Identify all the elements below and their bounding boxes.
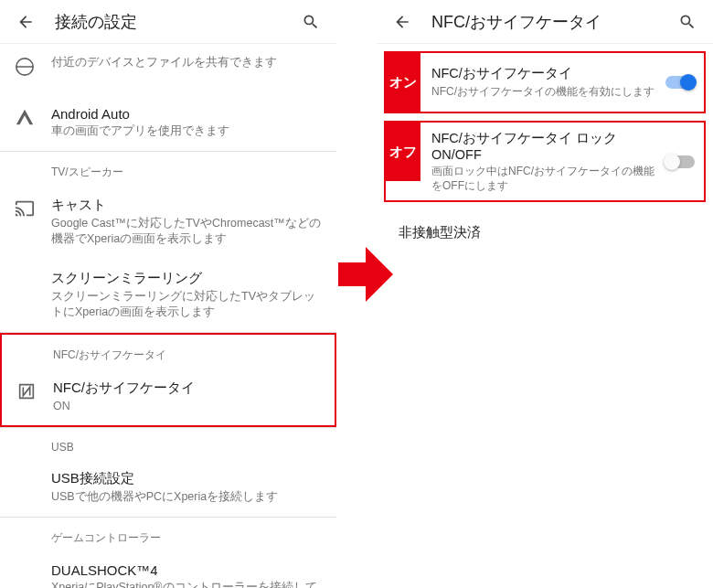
header: 接続の設定 <box>0 0 336 44</box>
search-icon[interactable] <box>293 4 329 40</box>
back-icon[interactable] <box>7 4 44 40</box>
nearby-icon <box>15 55 51 77</box>
nfc-enable-subtitle: NFC/おサイフケータイの機能を有効にします <box>431 84 656 99</box>
nfc-item[interactable]: NFC/おサイフケータイ ON <box>2 369 335 426</box>
android-auto-icon <box>15 106 51 128</box>
nfc-settings-screen: NFC/おサイフケータイ オン NFC/おサイフケータイ NFC/おサイフケータ… <box>377 0 713 588</box>
page-title: 接続の設定 <box>44 11 293 33</box>
nfc-enable-switch[interactable] <box>664 73 697 91</box>
cast-item[interactable]: キャスト Google Cast™に対応したTVやChromecast™などの機… <box>0 186 336 259</box>
android-auto-item[interactable]: Android Auto 車の画面でアプリを使用できます <box>0 95 336 151</box>
dualshock-subtitle: XperiaにPlayStation®のコントローラーを接続して操作します <box>51 580 322 589</box>
nfc-lock-title: NFC/おサイフケータイ ロック ON/OFF <box>431 130 656 162</box>
section-nfc: NFC/おサイフケータイ <box>2 335 335 369</box>
cast-icon <box>15 197 51 219</box>
usb-item[interactable]: USB接続設定 USBで他の機器やPCにXperiaを接続します <box>0 459 336 517</box>
section-game: ゲームコントローラー <box>0 518 336 551</box>
nfc-subtitle: ON <box>53 399 320 415</box>
nfc-lock-subtitle: 画面ロック中はNFC/おサイフケータイの機能をOFFにします <box>431 164 656 193</box>
mirroring-title: スクリーンミラーリング <box>51 270 322 287</box>
section-tv: TV/スピーカー <box>0 152 336 186</box>
nfc-title: NFC/おサイフケータイ <box>53 380 320 397</box>
nfc-lock-row[interactable]: オフ NFC/おサイフケータイ ロック ON/OFF 画面ロック中はNFC/おサ… <box>384 121 706 202</box>
android-auto-subtitle: 車の画面でアプリを使用できます <box>51 123 322 140</box>
cast-title: キャスト <box>51 197 322 214</box>
off-badge: オフ <box>386 123 420 181</box>
nfc-enable-row[interactable]: オン NFC/おサイフケータイ NFC/おサイフケータイの機能を有効にします <box>384 51 706 113</box>
nearby-subtitle: 付近のデバイスとファイルを共有できます <box>51 55 322 71</box>
search-icon[interactable] <box>669 4 706 40</box>
contactless-payment-item[interactable]: 非接触型決済 <box>377 209 713 256</box>
dualshock-title: DUALSHOCK™4 <box>51 562 322 578</box>
section-usb: USB <box>0 428 336 459</box>
android-auto-title: Android Auto <box>51 106 322 122</box>
nfc-lock-switch[interactable] <box>664 153 697 171</box>
nfc-enable-title: NFC/おサイフケータイ <box>431 65 656 82</box>
page-title: NFC/おサイフケータイ <box>420 11 669 33</box>
mirroring-subtitle: スクリーンミラーリングに対応したTVやタブレットにXperiaの画面を表示します <box>51 289 322 321</box>
cast-subtitle: Google Cast™に対応したTVやChromecast™などの機器でXpe… <box>51 216 322 248</box>
dualshock-item[interactable]: DUALSHOCK™4 XperiaにPlayStation®のコントローラーを… <box>0 551 336 589</box>
highlighted-nfc-group: NFC/おサイフケータイ NFC/おサイフケータイ ON <box>0 333 336 428</box>
usb-subtitle: USBで他の機器やPCにXperiaを接続します <box>51 489 322 506</box>
header: NFC/おサイフケータイ <box>377 0 713 44</box>
mirroring-item[interactable]: スクリーンミラーリング スクリーンミラーリングに対応したTVやタブレットにXpe… <box>0 259 336 332</box>
nfc-icon <box>16 380 53 401</box>
back-icon[interactable] <box>384 4 420 40</box>
nearby-share-item[interactable]: 付近のデバイスとファイルを共有できます <box>0 44 336 95</box>
usb-title: USB接続設定 <box>51 470 322 487</box>
arrow-icon <box>338 242 393 306</box>
settings-connection-screen: 接続の設定 付近のデバイスとファイルを共有できます Android Auto 車… <box>0 0 336 588</box>
on-badge: オン <box>386 53 420 112</box>
